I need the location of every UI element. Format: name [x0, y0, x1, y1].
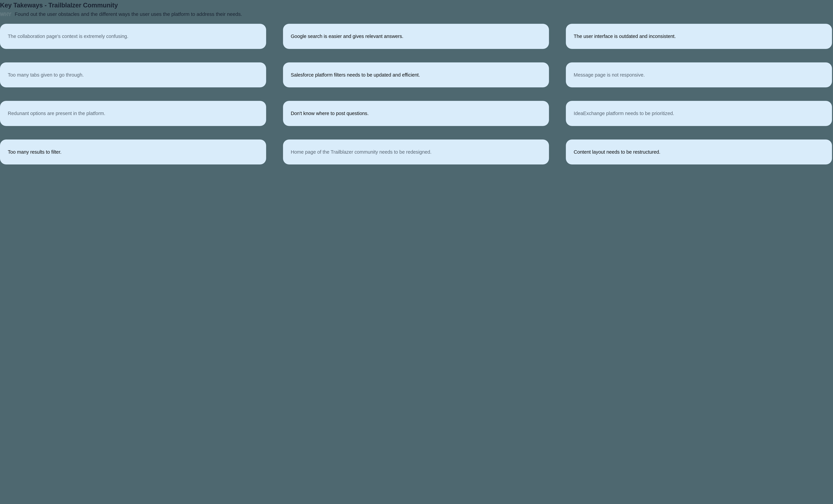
takeaways-grid: The collaboration page's context is extr… [0, 24, 833, 165]
takeaway-card: Too many tabs given to go through. [0, 62, 266, 87]
takeaway-card: Message page is not responsive. [566, 62, 832, 87]
takeaway-text: The user interface is outdated and incon… [574, 33, 676, 40]
takeaway-card: The user interface is outdated and incon… [566, 24, 832, 49]
takeaway-card: Google search is easier and gives releva… [283, 24, 549, 49]
takeaway-text: Content layout needs to be restructured. [574, 149, 660, 155]
takeaway-text: Home page of the Trailblazer community n… [291, 149, 432, 155]
takeaway-card: Content layout needs to be restructured. [566, 140, 832, 165]
takeaway-card: Home page of the Trailblazer community n… [283, 140, 549, 165]
subtitle-text: Found out the user obstacles and the dif… [15, 11, 242, 17]
subtitle-row: WHY Found out the user obstacles and the… [0, 11, 832, 17]
header: Key Takeways - TrailblaIzer Community WH… [0, 2, 833, 24]
why-label: WHY [0, 11, 11, 17]
takeaway-text: Don't know where to post questions. [291, 110, 368, 117]
takeaway-card: Too many results to filter. [0, 140, 266, 165]
takeaway-card: IdeaExchange platform needs to be priori… [566, 101, 832, 126]
takeaway-card: Salesforce platform filters needs to be … [283, 62, 549, 87]
takeaway-text: Salesforce platform filters needs to be … [291, 72, 420, 78]
takeaway-text: The collaboration page's context is extr… [8, 33, 128, 40]
takeaway-card: Don't know where to post questions. [283, 101, 549, 126]
takeaway-card: Redunant options are present in the plat… [0, 101, 266, 126]
page-title: Key Takeways - TrailblaIzer Community [0, 2, 832, 9]
takeaway-text: IdeaExchange platform needs to be priori… [574, 110, 674, 117]
takeaway-text: Google search is easier and gives releva… [291, 33, 403, 40]
takeaway-text: Message page is not responsive. [574, 72, 645, 78]
takeaway-text: Too many tabs given to go through. [8, 72, 84, 78]
takeaway-card: The collaboration page's context is extr… [0, 24, 266, 49]
takeaway-text: Too many results to filter. [8, 149, 62, 155]
takeaway-text: Redunant options are present in the plat… [8, 110, 105, 117]
